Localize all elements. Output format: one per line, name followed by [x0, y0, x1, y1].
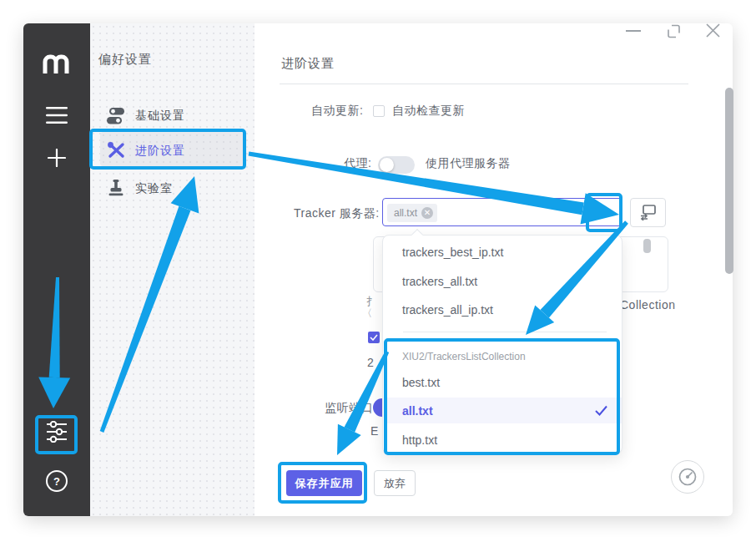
toggle-knob — [380, 158, 394, 172]
clipped-text-fragment: 2 — [367, 356, 374, 369]
tracker-tag: all.txt ✕ — [387, 204, 437, 222]
minimize-icon[interactable] — [626, 30, 641, 32]
sync-trackers-button[interactable] — [630, 198, 666, 227]
task-list-icon[interactable] — [46, 107, 68, 124]
scrollbar-thumb[interactable] — [725, 88, 733, 274]
sync-checkbox-checked[interactable] — [368, 332, 380, 343]
dropdown-item-selected[interactable]: all.txt — [402, 404, 433, 418]
toggles-icon — [107, 108, 125, 124]
proxy-toggle[interactable] — [378, 156, 415, 174]
save-apply-button[interactable]: 保存并应用 — [286, 470, 362, 496]
lab-stamp-icon — [108, 180, 124, 196]
page-title: 进阶设置 — [281, 56, 335, 72]
listen-port-label: 监听端口 — [325, 401, 373, 416]
proxy-label: 代理: — [344, 156, 371, 171]
textarea-scrollbar-thumb[interactable] — [643, 239, 651, 253]
preferences-nav-panel — [90, 23, 255, 516]
title-divider — [280, 84, 688, 84]
proxy-toggle-label: 使用代理服务器 — [426, 156, 511, 171]
clipped-text-fragment: E — [370, 424, 379, 438]
preferences-sliders-icon[interactable] — [47, 421, 67, 443]
maximize-icon[interactable] — [667, 24, 681, 38]
screenshot-stage: ? 偏好设置 基础设置 进阶设置 实验室 进阶设置 自动更新 — [0, 0, 756, 537]
close-icon[interactable] — [705, 23, 721, 38]
collection-text-fragment: Collection — [620, 298, 675, 312]
dropdown-divider — [403, 332, 607, 332]
dropdown-item[interactable]: trackers_all.txt — [402, 275, 477, 288]
tracker-server-label: Tracker 服务器: — [294, 206, 380, 221]
preferences-title: 偏好设置 — [98, 52, 152, 68]
tag-remove-icon[interactable]: ✕ — [421, 207, 433, 219]
clipped-text-fragment: 〈 — [362, 306, 373, 321]
speedometer-icon — [677, 466, 698, 488]
tracker-dropdown: trackers_best_ip.txt trackers_all.txt tr… — [382, 235, 622, 454]
discard-button[interactable]: 放弃 — [374, 470, 416, 496]
nav-item-basic-settings-label: 基础设置 — [135, 109, 185, 124]
nav-item-lab-label: 实验室 — [135, 181, 173, 196]
check-icon — [370, 334, 378, 341]
sync-icon — [640, 205, 657, 220]
selected-check-icon — [595, 405, 607, 416]
dropdown-item[interactable]: best.txt — [402, 376, 440, 389]
auto-update-label: 自动更新: — [311, 104, 363, 119]
add-task-icon[interactable] — [48, 149, 66, 167]
tracker-tag-label: all.txt — [394, 207, 417, 219]
dropdown-item[interactable]: trackers_best_ip.txt — [402, 246, 503, 259]
nav-item-advanced-settings-label: 进阶设置 — [135, 144, 185, 159]
dropdown-group-label: XIU2/TrackersListCollection — [402, 351, 526, 362]
dropdown-item[interactable]: http.txt — [402, 433, 437, 447]
motrix-logo-icon — [42, 53, 70, 73]
auto-update-checkbox[interactable] — [373, 105, 385, 117]
auto-update-checkbox-label: 自动检查更新 — [392, 104, 465, 119]
help-button[interactable]: ? — [46, 470, 68, 492]
speed-limit-button[interactable] — [671, 460, 704, 494]
dropdown-item[interactable]: trackers_all_ip.txt — [402, 303, 493, 317]
help-question-icon: ? — [53, 475, 60, 488]
tools-icon — [107, 142, 125, 159]
chevron-up-icon[interactable] — [599, 209, 612, 216]
